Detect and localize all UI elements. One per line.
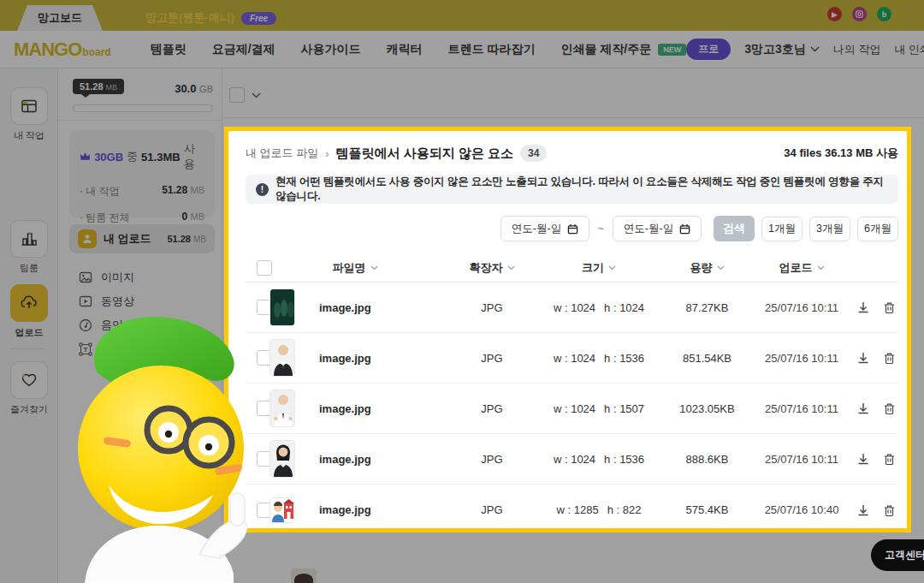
- file-thumbnail[interactable]: [270, 339, 295, 377]
- column-uploaded[interactable]: 업로드: [751, 260, 852, 276]
- select-all-checkbox[interactable]: [229, 87, 245, 103]
- plan-badge-pro: 프로: [686, 39, 731, 60]
- sort-chevron-icon: [717, 265, 725, 271]
- column-filesize[interactable]: 용량: [663, 260, 751, 276]
- range-1month-button[interactable]: 1개월: [761, 217, 803, 241]
- quota-row-my-work: · 내 작업 51.28 MB: [80, 184, 204, 199]
- sidebar-item-my-work[interactable]: 내 작업: [0, 87, 58, 142]
- info-icon: !: [256, 183, 269, 196]
- column-filename[interactable]: 파일명: [261, 260, 449, 276]
- nav-item-guide[interactable]: 사용가이드: [301, 42, 361, 57]
- sort-chevron-icon: [608, 265, 616, 271]
- unused-elements-panel: 내 업로드 파일 › 템플릿에서 사용되지 않은 요소 34 34 files …: [228, 130, 915, 536]
- free-badge: Free: [241, 12, 276, 25]
- sidebar-item-teamroom[interactable]: 팀룸: [0, 220, 58, 275]
- delete-button[interactable]: [878, 499, 900, 521]
- mangoboard-logo[interactable]: MANGOboard: [14, 39, 111, 61]
- file-name[interactable]: image.jpg: [304, 301, 449, 314]
- nav-link-my-print[interactable]: 내 인쇄: [894, 42, 924, 57]
- sidebar-item-favorites[interactable]: 즐겨찾기: [0, 361, 58, 416]
- youtube-icon[interactable]: ▶: [827, 7, 842, 21]
- top-service-bar: 망고보드 망고툰(웹툰·애니) Free ▶ b: [0, 0, 924, 31]
- file-thumbnail[interactable]: [270, 497, 295, 523]
- range-3month-button[interactable]: 3개월: [809, 217, 850, 241]
- column-extension[interactable]: 확장자: [449, 260, 535, 276]
- delete-button[interactable]: [878, 397, 900, 419]
- sidebar-divider: [12, 348, 45, 349]
- download-button[interactable]: [852, 448, 874, 470]
- file-thumbnail[interactable]: [270, 440, 295, 478]
- trash-icon: [883, 351, 896, 365]
- image-icon: [79, 271, 92, 284]
- user-menu[interactable]: 3망고3호님: [744, 42, 820, 57]
- file-dimensions: w : 1024h : 1536: [535, 352, 663, 365]
- file-name[interactable]: image.jpg: [304, 453, 449, 466]
- nav-link-my-work[interactable]: 나의 작업: [833, 42, 881, 57]
- blog-icon[interactable]: b: [877, 7, 891, 21]
- column-size[interactable]: 크기: [535, 260, 663, 276]
- category-images[interactable]: 이미지: [79, 265, 134, 289]
- notice-banner: ! 현재 어떤 템플릿에서도 사용 중이지 않은 요소만 노출되고 있습니다. …: [246, 175, 898, 204]
- file-thumbnail[interactable]: [270, 390, 295, 427]
- tab-mangotoon[interactable]: 망고툰(웹툰·애니) Free: [145, 5, 276, 31]
- category-fonts[interactable]: T 폰트: [79, 337, 134, 361]
- upload-cloud-icon: [19, 293, 39, 313]
- delete-button[interactable]: [878, 296, 900, 318]
- video-icon: [79, 294, 92, 308]
- delete-button[interactable]: [878, 448, 900, 470]
- nav-item-print-order[interactable]: 인쇄물 제작/주문: [560, 42, 651, 57]
- floating-help-button[interactable]: 고객센터: [871, 539, 924, 571]
- breadcrumb-root[interactable]: 내 업로드 파일: [246, 146, 318, 161]
- chevron-down-icon: [252, 92, 261, 98]
- download-icon: [856, 452, 870, 466]
- download-button[interactable]: [852, 397, 874, 419]
- category-music[interactable]: 음악: [79, 313, 134, 337]
- file-name[interactable]: image.jpg: [304, 352, 449, 365]
- file-uploaded: 25/07/16 10:40: [751, 503, 852, 516]
- heart-icon: [20, 371, 38, 390]
- download-icon: [856, 351, 870, 365]
- search-button[interactable]: 검색: [714, 216, 755, 241]
- download-button[interactable]: [852, 296, 874, 318]
- storage-used-tooltip: 51.28 MB: [73, 79, 124, 94]
- sidebar-label: 즐겨찾기: [0, 403, 58, 416]
- workspace-icon: [20, 97, 38, 116]
- font-icon: T: [79, 342, 92, 356]
- tooltip-value: 51.28: [80, 81, 104, 92]
- file-uploaded: 25/07/16 10:11: [751, 402, 852, 415]
- svg-text:T: T: [84, 346, 88, 354]
- sidebar-item-upload[interactable]: 업로드: [0, 284, 58, 339]
- date-to-input[interactable]: 연도-월-일: [613, 216, 702, 241]
- date-to-placeholder: 연도-월-일: [624, 222, 673, 236]
- teamroom-icon: [20, 229, 38, 248]
- range-6month-button[interactable]: 6개월: [857, 217, 898, 241]
- page-title: 템플릿에서 사용되지 않은 요소: [336, 146, 514, 162]
- file-thumbnail[interactable]: [270, 289, 295, 326]
- person-icon: [78, 229, 97, 248]
- download-button[interactable]: [852, 347, 874, 369]
- file-ext: JPG: [449, 301, 535, 314]
- nav-item-character[interactable]: 캐릭터: [387, 42, 423, 57]
- date-from-input[interactable]: 연도-월-일: [500, 216, 589, 241]
- nav-item-trend[interactable]: 트렌드 따라잡기: [448, 42, 536, 57]
- tooltip-unit: MB: [106, 83, 118, 92]
- tab-mangoboard[interactable]: 망고보드: [17, 5, 103, 31]
- my-uploads-label: 내 업로드: [104, 231, 151, 247]
- delete-button[interactable]: [878, 347, 900, 369]
- file-ext: JPG: [449, 503, 535, 516]
- file-name[interactable]: image.jpg: [304, 402, 449, 415]
- sidebar-label: 내 작업: [0, 129, 58, 142]
- quota-mid: 중: [127, 149, 138, 164]
- username-text: 3망고3호님: [744, 42, 806, 57]
- select-all-control[interactable]: [229, 87, 261, 103]
- file-name[interactable]: image.jpg: [304, 503, 449, 516]
- nav-item-templates[interactable]: 템플릿: [151, 42, 187, 57]
- nav-item-pricing[interactable]: 요금제/결제: [212, 42, 275, 57]
- instagram-icon[interactable]: [852, 7, 867, 21]
- my-uploads-header[interactable]: 내 업로드 51.28 MB: [69, 224, 215, 253]
- download-icon: [856, 503, 870, 517]
- table-header: 파일명 확장자 크기 용량 업로드: [246, 253, 898, 283]
- download-button[interactable]: [852, 499, 874, 521]
- category-videos[interactable]: 동영상: [79, 289, 134, 313]
- file-uploaded: 25/07/16 10:11: [751, 301, 852, 314]
